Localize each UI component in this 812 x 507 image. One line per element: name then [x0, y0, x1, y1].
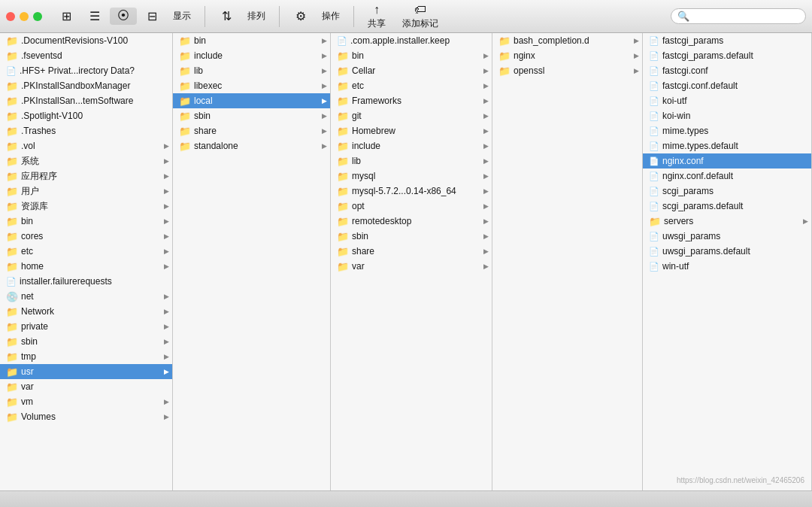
- list-item[interactable]: 📁mysql▶: [331, 168, 492, 184]
- list-item[interactable]: 📁Homebrew▶: [331, 123, 492, 138]
- list-item[interactable]: 💿net▶: [0, 289, 172, 304]
- maximize-button[interactable]: [33, 12, 42, 21]
- list-item[interactable]: 📁Frameworks▶: [331, 93, 492, 108]
- list-item[interactable]: 📄win-utf: [643, 259, 811, 274]
- list-item[interactable]: 📁bin▶: [0, 214, 172, 229]
- list-item[interactable]: 📁mysql-5.7.2...0.14-x86_64▶: [331, 184, 492, 199]
- addtag-label: 添加标记: [402, 17, 438, 30]
- list-item[interactable]: 📁bash_completion.d▶: [492, 33, 642, 48]
- list-item[interactable]: 📁.Spotlight-V100: [0, 108, 172, 123]
- list-item[interactable]: 📁用户▶: [0, 184, 172, 199]
- list-item[interactable]: 📄fastcgi_params: [643, 33, 811, 48]
- sort-button[interactable]: ⇅: [213, 8, 240, 26]
- view-icon-button[interactable]: ⊞: [53, 8, 80, 26]
- list-item[interactable]: 📁etc▶: [0, 244, 172, 259]
- list-item[interactable]: 📄uwsgi_params: [643, 229, 811, 244]
- list-item[interactable]: 📁usr▶: [0, 364, 172, 379]
- list-item[interactable]: 📁var: [0, 379, 172, 394]
- list-item[interactable]: 📄mime.types: [643, 123, 811, 138]
- list-item[interactable]: 📄mime.types.default: [643, 138, 811, 153]
- search-input[interactable]: [692, 11, 799, 22]
- list-item[interactable]: 📁.PKInstallSan...temSoftware: [0, 93, 172, 108]
- list-item[interactable]: 📁资源库▶: [0, 199, 172, 214]
- list-item[interactable]: 📁lib▶: [331, 153, 492, 168]
- close-button[interactable]: [6, 12, 15, 21]
- list-item[interactable]: 📁.fseventsd: [0, 48, 172, 63]
- list-item[interactable]: 📁servers▶: [643, 214, 811, 229]
- list-item[interactable]: 📄nginx.conf: [643, 153, 811, 168]
- list-item[interactable]: 📁include▶: [173, 48, 330, 63]
- view-list-button[interactable]: ☰: [81, 8, 108, 26]
- list-item[interactable]: 📁tmp▶: [0, 349, 172, 364]
- item-label: sbin: [352, 231, 480, 241]
- list-item[interactable]: 📁var▶: [331, 259, 492, 274]
- list-item[interactable]: 📁系统▶: [0, 153, 172, 168]
- item-label: Frameworks: [352, 96, 480, 106]
- list-item[interactable]: 📁cores▶: [0, 229, 172, 244]
- share-button[interactable]: ↑ 共享: [362, 2, 392, 32]
- list-item[interactable]: 📄installer.failurerequests: [0, 274, 172, 289]
- list-item[interactable]: 📄fastcgi.conf: [643, 63, 811, 78]
- list-item[interactable]: 📁openssl▶: [492, 63, 642, 78]
- list-item[interactable]: 📄uwsgi_params.default: [643, 244, 811, 259]
- expand-arrow: ▶: [483, 247, 489, 255]
- list-item[interactable]: 📄fastcgi.conf.default: [643, 78, 811, 93]
- search-icon: 🔍: [677, 11, 689, 22]
- tag-icon: 🏷: [414, 3, 426, 17]
- item-label: installer.failurerequests: [20, 276, 169, 287]
- list-item[interactable]: 📁opt▶: [331, 199, 492, 214]
- list-item[interactable]: 📁vm▶: [0, 394, 172, 409]
- list-item[interactable]: 📁lib▶: [173, 63, 330, 78]
- item-label: .PKInstallSan...temSoftware: [21, 96, 169, 106]
- list-item[interactable]: 📁private▶: [0, 319, 172, 334]
- window-controls: [6, 12, 42, 21]
- search-box[interactable]: 🔍: [671, 8, 806, 24]
- list-item[interactable]: 📁sbin▶: [173, 108, 330, 123]
- item-label: vm: [21, 396, 161, 407]
- list-item[interactable]: 📁Cellar▶: [331, 63, 492, 78]
- list-item[interactable]: 📄nginx.conf.default: [643, 168, 811, 184]
- list-item[interactable]: 📄.HFS+ Privat...irectory Data?: [0, 63, 172, 78]
- view-column-button[interactable]: ⦿: [110, 8, 137, 25]
- list-item[interactable]: 📁remotedesktop▶: [331, 214, 492, 229]
- list-item[interactable]: 📄fastcgi_params.default: [643, 48, 811, 63]
- expand-arrow: ▶: [322, 127, 327, 135]
- list-item[interactable]: 📄.com.apple.installer.keep: [331, 33, 492, 48]
- list-item[interactable]: 📄scgi_params: [643, 184, 811, 199]
- list-item[interactable]: 📁local▶: [173, 93, 330, 108]
- list-item[interactable]: 📁sbin▶: [0, 334, 172, 349]
- list-item[interactable]: 📄koi-utf: [643, 93, 811, 108]
- list-item[interactable]: 📁.DocumentRevisions-V100: [0, 33, 172, 48]
- list-item[interactable]: 📄scgi_params.default: [643, 199, 811, 214]
- list-item[interactable]: 📁etc▶: [331, 78, 492, 93]
- list-item[interactable]: 📄koi-win: [643, 108, 811, 123]
- list-item[interactable]: 📁standalone▶: [173, 138, 330, 153]
- list-item[interactable]: 📁.PKInstallSandboxManager: [0, 78, 172, 93]
- minimize-button[interactable]: [20, 12, 29, 21]
- item-label: cores: [21, 231, 161, 241]
- list-item[interactable]: 📁nginx▶: [492, 48, 642, 63]
- expand-arrow: ▶: [634, 37, 639, 44]
- list-item[interactable]: 📁share▶: [173, 123, 330, 138]
- view-cover-button[interactable]: ⊟: [138, 8, 165, 26]
- expand-arrow: ▶: [483, 217, 489, 225]
- list-item[interactable]: 📁sbin▶: [331, 229, 492, 244]
- list-item[interactable]: 📁bin▶: [173, 33, 330, 48]
- list-item[interactable]: 📁bin▶: [331, 48, 492, 63]
- list-item[interactable]: 📁share▶: [331, 244, 492, 259]
- list-item[interactable]: 📁.Trashes: [0, 123, 172, 138]
- list-item[interactable]: 📁git▶: [331, 108, 492, 123]
- action-button[interactable]: ⚙: [287, 8, 314, 26]
- list-item[interactable]: 📁Volumes▶: [0, 409, 172, 424]
- list-item[interactable]: 📁include▶: [331, 138, 492, 153]
- toolbar: ⊞ ☰ ⦿ ⊟ 显示 ⇅ 排列 ⚙ 操作 ↑ 共享: [0, 0, 812, 33]
- item-label: Cellar: [352, 65, 480, 76]
- list-item[interactable]: 📁.vol▶: [0, 138, 172, 153]
- list-item[interactable]: 📁libexec▶: [173, 78, 330, 93]
- list-item[interactable]: 📁应用程序▶: [0, 168, 172, 184]
- column-3: 📄.com.apple.installer.keep📁bin▶📁Cellar▶📁…: [331, 33, 492, 490]
- list-item[interactable]: 📁home▶: [0, 259, 172, 274]
- addtag-button[interactable]: 🏷 添加标记: [396, 2, 444, 32]
- list-item[interactable]: 📁Network▶: [0, 304, 172, 319]
- item-label: etc: [21, 246, 161, 257]
